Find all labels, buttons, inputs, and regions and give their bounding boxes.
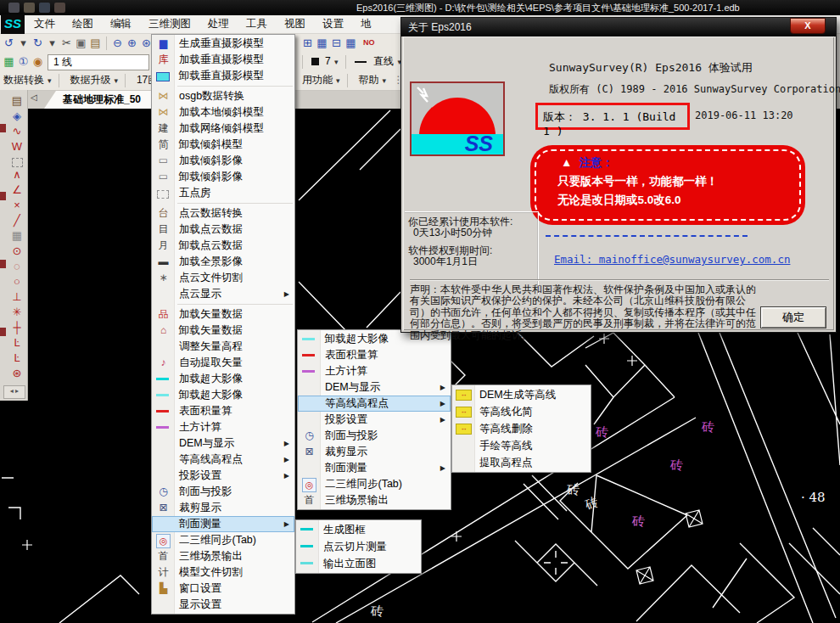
menu-item[interactable]: 生成图框 [296,521,421,538]
menu-item[interactable]: 目加载点云数据 [152,222,294,238]
w-symbol-icon[interactable]: W [8,139,26,154]
menu-item[interactable]: 表面积量算 [152,403,294,419]
line-icon[interactable]: ╱ [8,213,26,228]
menu-item[interactable]: 五点房 [152,185,294,201]
menubar-item-7[interactable]: 设置 [314,15,352,33]
select-box-icon[interactable] [12,158,23,167]
menubar-item-0[interactable]: 文件 [25,15,64,33]
menubar-item-6[interactable]: 视图 [276,15,314,33]
paste-icon[interactable]: ▤ [88,34,103,52]
menu-item[interactable]: 等高线高程点▶ [152,452,294,468]
cross-icon[interactable]: ┼ [8,320,26,335]
intersect-icon[interactable]: × [8,198,26,213]
redo-dropdown-icon[interactable]: ▾ [45,34,59,52]
menu-item[interactable]: 土方计算 [152,419,294,435]
layers-icon[interactable]: ▦ [2,53,16,70]
help-button[interactable]: 帮助 [355,71,382,89]
layer-combobox[interactable]: 1 线 [48,54,149,70]
menu-item[interactable]: 台点云数据转换 [152,205,294,222]
redo-icon[interactable]: ↻ [31,34,45,52]
gear-icon[interactable]: ⊛ [8,366,26,381]
menu-item[interactable]: 等高线高程点▶ [298,396,451,412]
menu-item[interactable]: 投影设置▶ [152,468,294,484]
line-style-value[interactable]: 直线 [373,55,394,67]
menu-item[interactable]: 卸载超大影像 [152,387,294,403]
menu-item[interactable]: ◎二三维同步(Tab) [298,476,451,492]
perpendicular-icon[interactable]: ⊥ [8,289,26,305]
menu-item[interactable]: 计模型文件切割 [152,564,294,581]
vertex-icon[interactable]: ∠ [8,182,26,198]
email-link[interactable]: Email: mainoffice@sunwaysurvey.com.cn [554,253,790,266]
data-upgrade-button[interactable]: 数据升级 [66,71,114,89]
dropdown-icon[interactable]: ▾ [382,76,386,85]
menu-item[interactable]: 加载超大影像 [152,371,294,387]
menu-item[interactable]: ↔等高线删除 [452,420,591,437]
document-tab[interactable]: 基础地理标准_50 [44,91,154,109]
dropdown-icon[interactable]: ▾ [48,76,52,85]
menu-item[interactable]: 月卸载点云数据 [152,238,294,254]
menu-item[interactable]: ▭加载倾斜影像 [152,153,294,169]
dropdown-icon[interactable]: ▾ [114,76,118,85]
zoom-out-icon[interactable]: ⊖ [110,34,125,52]
survey-icon[interactable]: ◉ [31,53,45,70]
tile-windows-icon[interactable]: ⊞ [300,34,315,52]
data-convert-button[interactable]: 数据转换 [0,71,48,89]
offset2-icon[interactable]: Ŀ [8,351,26,366]
toolbar-scroll-cap[interactable]: ◂ ▸ [3,385,25,399]
pen-width-value[interactable]: 7 [325,55,331,67]
menu-item[interactable]: ↔等高线化简 [452,403,591,420]
menu-item[interactable]: 建加载网络倾斜模型 [152,121,294,137]
menubar-item-8[interactable]: 地 [352,15,380,33]
hatch-icon[interactable]: ▦ [8,228,26,244]
menu-item[interactable]: 土方计算 [298,363,451,379]
menu-item[interactable]: 剖面测量▶ [152,516,294,532]
menubar-item-2[interactable]: 编辑 [102,15,140,33]
menu-item[interactable]: 剖面测量▶ [298,460,451,476]
menu-item[interactable]: 品加载矢量数据 [152,306,294,323]
common-functions-button[interactable]: 用功能 [299,71,336,89]
cascade-windows-icon[interactable]: ▦ [315,34,329,52]
star-icon[interactable]: ✳ [8,305,26,320]
polyline-icon[interactable]: ∿ [8,124,26,139]
menu-item[interactable]: 输出立面图 [296,555,421,572]
pen-width-dropdown-icon[interactable]: ▾ [334,58,339,66]
zoom-in-icon[interactable]: ⊕ [125,34,139,52]
menu-item[interactable]: 显示设置 [152,597,294,613]
menu-item[interactable]: ⌂卸载矢量数据 [152,323,294,339]
menu-item[interactable]: 表面积量算 [298,347,451,363]
dropdown-icon[interactable]: ▾ [336,76,340,85]
tab-scroll-back-icon[interactable]: ◁ [31,93,37,102]
close-icon[interactable]: X [790,18,826,34]
menu-item[interactable]: 简卸载倾斜模型 [152,137,294,153]
ok-button[interactable]: 确定 [760,306,826,328]
menubar-item-5[interactable]: 工具 [238,15,276,33]
menu-item[interactable]: ▙窗口设置 [152,581,294,597]
split-window-icon[interactable]: ⊟ [329,34,344,52]
circle-dashed-icon[interactable]: ◌ [8,259,26,274]
menu-item[interactable]: ↔DEM生成等高线 [452,386,591,403]
menubar-item-1[interactable]: 绘图 [64,15,102,33]
menu-item[interactable]: DEM与显示▶ [152,435,294,452]
menu-item[interactable]: ◷剖面与投影 [298,428,451,444]
menu-item[interactable]: ▆生成垂直摄影模型 [152,36,294,52]
menu-item[interactable]: ⋈加载本地倾斜模型 [152,104,294,121]
grid-window-icon[interactable]: ▦ [344,34,358,52]
menu-item[interactable]: ◷剖面与投影 [152,484,294,500]
menu-item[interactable]: DEM与显示▶ [298,379,451,396]
offset-icon[interactable]: Ŀ [8,335,26,351]
menu-item[interactable]: ♪自动提取矢量 [152,355,294,371]
menubar-item-4[interactable]: 处理 [199,15,238,33]
menu-item[interactable]: ⊠裁剪显示 [298,444,451,460]
angle-icon[interactable]: ∧ [8,167,26,182]
menu-item[interactable]: 点云切片测量 [296,538,421,555]
menu-item[interactable]: 点云显示▶ [152,286,294,302]
pen-color-swatch[interactable] [311,58,319,65]
menu-item[interactable]: 提取高程点 [452,454,591,471]
menu-item[interactable]: ⋈osgb数据转换 [152,88,294,104]
undo-icon[interactable]: ↺ [2,34,16,52]
circle-center-icon[interactable]: ⊙ [8,244,26,259]
menu-item[interactable]: 投影设置▶ [298,412,451,428]
freehand-icon[interactable]: ○ [8,274,26,289]
menu-item[interactable]: 首三维场景输出 [152,548,294,564]
menu-item[interactable]: 调整矢量高程 [152,339,294,355]
